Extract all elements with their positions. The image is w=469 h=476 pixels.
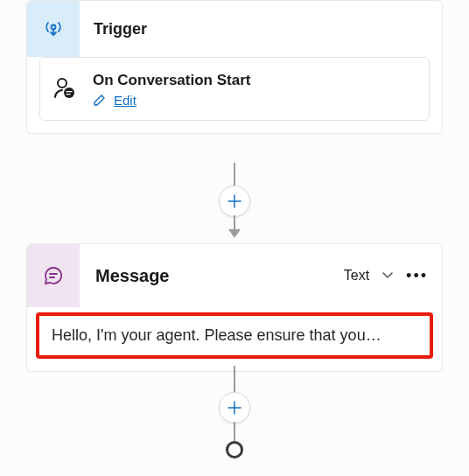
plus-icon: [228, 401, 242, 415]
trigger-inner-title: On Conversation Start: [93, 70, 250, 91]
svg-point-2: [58, 79, 66, 88]
trigger-title: Trigger: [80, 20, 147, 38]
trigger-node[interactable]: Trigger On Conversation Start Edit: [26, 0, 443, 134]
add-node-button[interactable]: [219, 392, 250, 424]
end-node: [226, 441, 243, 458]
person-chat-icon: [52, 76, 77, 101]
svg-rect-5: [66, 94, 71, 94]
message-header: Message Text •••: [27, 244, 442, 307]
canvas: Trigger On Conversation Start Edit: [0, 0, 469, 476]
add-node-button[interactable]: [219, 186, 250, 217]
trigger-inner-card[interactable]: On Conversation Start Edit: [39, 57, 430, 121]
broadcast-icon: [43, 18, 64, 39]
trigger-header: Trigger: [27, 1, 442, 57]
trigger-icon-tile: [27, 1, 80, 57]
svg-point-3: [64, 88, 74, 98]
pencil-icon: [93, 93, 107, 107]
message-controls: Text •••: [344, 267, 442, 285]
plus-icon: [228, 194, 242, 208]
edit-link[interactable]: Edit: [114, 93, 136, 108]
connector-line: [234, 422, 235, 441]
message-node[interactable]: Message Text ••• Hello, I'm your agent. …: [26, 243, 443, 372]
svg-rect-4: [66, 91, 73, 92]
connector-line: [234, 366, 235, 396]
trigger-inner-texts: On Conversation Start Edit: [93, 70, 250, 108]
message-body-text[interactable]: Hello, I'm your agent. Please ensure tha…: [36, 312, 433, 359]
variant-label: Text: [344, 268, 369, 284]
more-menu-button[interactable]: •••: [406, 267, 428, 285]
message-icon-tile: [27, 244, 80, 307]
message-title: Message: [80, 266, 344, 286]
chat-bubble-icon: [43, 265, 64, 286]
arrow-down-icon: [228, 229, 241, 238]
chevron-down-icon[interactable]: [382, 270, 394, 282]
